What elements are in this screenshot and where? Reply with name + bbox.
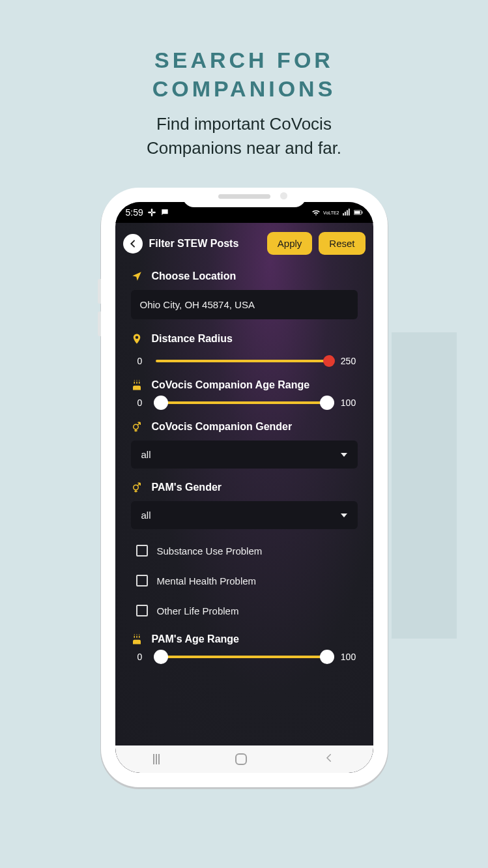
pam-age-thumb-low[interactable] [154,650,168,664]
pam-age-label: PAM's Age Range [152,633,240,645]
page-title: SEARCH FOR COMPANIONS [0,46,488,103]
phone-side-button [98,279,101,304]
checkbox-group: Substance Use Problem Mental Health Prob… [131,537,358,620]
location-label: Choose Location [152,270,237,282]
status-right: VoLTE2 [311,208,362,217]
distance-label: Distance Radius [152,333,233,345]
pam-gender-select[interactable]: all [131,501,358,529]
svg-rect-6 [347,210,348,216]
distance-track[interactable] [156,360,333,362]
app-bar: Filter STEW Posts Apply Reset [115,223,373,261]
pam-age-thumb-high[interactable] [320,650,334,664]
background-accent [392,332,457,639]
checkbox-substance[interactable]: Substance Use Problem [132,541,356,560]
checkbox-box[interactable] [136,545,148,557]
map-pin-icon [131,332,143,345]
location-value: Ohio City, OH 45874, USA [140,299,255,310]
svg-rect-3 [151,213,152,216]
location-arrow-icon [131,270,143,282]
svg-rect-10 [362,211,362,213]
battery-icon [354,208,363,217]
companion-age-thumb-high[interactable] [320,396,334,410]
pam-gender-label: PAM's Gender [152,482,222,493]
status-left: 5:59 [126,207,169,218]
pam-age-track[interactable] [156,656,333,658]
distance-max: 250 [339,356,358,366]
svg-rect-5 [345,212,346,216]
slack-icon [147,208,156,217]
svg-rect-2 [152,212,155,213]
companion-age-min: 0 [131,398,149,408]
page-title-line2: COMPANIONS [152,76,336,101]
android-nav-bar [115,745,373,773]
chevron-down-icon [341,453,347,457]
phone-side-button [98,311,101,336]
checkbox-mental[interactable]: Mental Health Problem [132,571,356,590]
page-title-line1: SEARCH FOR [154,48,334,72]
companion-gender-value: all [141,449,151,460]
companion-gender-label-row: CoVocis Companion Gender [131,421,358,433]
gender-icon [131,482,143,493]
companion-age-slider[interactable]: 0 100 [131,398,358,408]
apply-button[interactable]: Apply [267,232,313,255]
svg-rect-9 [354,211,360,214]
checkbox-label: Substance Use Problem [157,545,263,557]
companion-gender-select[interactable]: all [131,441,358,469]
chat-icon [160,208,169,217]
svg-rect-0 [151,209,152,212]
page-subtitle-line2: Companions near and far. [147,138,341,158]
appbar-title: Filter STEW Posts [149,238,261,250]
signal-icon [342,208,351,217]
companion-gender-label: CoVocis Companion Gender [152,421,293,433]
checkbox-other[interactable]: Other Life Problem [132,601,356,620]
pam-age-max: 100 [339,652,358,662]
birthday-icon [131,633,143,645]
back-button[interactable] [123,234,143,253]
companion-age-track[interactable] [156,401,333,404]
companion-age-thumb-low[interactable] [154,396,168,410]
location-input[interactable]: Ohio City, OH 45874, USA [131,290,358,319]
page-subtitle: Find important CoVocis Companions near a… [0,112,488,160]
checkbox-box[interactable] [136,605,148,616]
svg-rect-7 [348,209,349,216]
phone-notch [182,188,306,207]
app-screen: 5:59 VoLTE2 [115,202,373,773]
distance-min: 0 [131,356,149,366]
pam-gender-label-row: PAM's Gender [131,482,358,493]
nav-recent-button[interactable] [153,754,160,764]
carrier-label: VoLTE2 [323,210,339,215]
companion-age-label: CoVocis Companion Age Range [152,379,310,391]
companion-age-label-row: CoVocis Companion Age Range [131,379,358,391]
reset-button[interactable]: Reset [319,232,365,255]
phone-frame: 5:59 VoLTE2 [101,188,388,787]
checkbox-label: Other Life Problem [157,605,239,616]
chevron-down-icon [341,514,347,517]
pam-age-slider[interactable]: 0 100 [131,652,358,662]
svg-rect-1 [148,212,151,213]
checkbox-box[interactable] [136,575,148,586]
birthday-icon [131,379,143,391]
status-time: 5:59 [126,207,143,218]
location-label-row: Choose Location [131,270,358,282]
svg-rect-4 [343,213,344,216]
pam-gender-value: all [141,510,151,521]
nav-home-button[interactable] [235,753,247,765]
distance-thumb[interactable] [323,355,335,367]
nav-back-button[interactable] [323,752,335,767]
companion-age-max: 100 [339,398,358,408]
svg-point-11 [133,424,138,429]
svg-point-12 [133,485,138,490]
pam-age-label-row: PAM's Age Range [131,633,358,645]
page-subtitle-line1: Find important CoVocis [156,114,332,134]
wifi-icon [311,208,321,217]
distance-label-row: Distance Radius [131,332,358,345]
pam-age-min: 0 [131,652,149,662]
distance-slider[interactable]: 0 250 [131,356,358,366]
gender-icon [131,421,143,433]
filter-content: Choose Location Ohio City, OH 45874, USA… [115,261,373,662]
checkbox-label: Mental Health Problem [157,575,257,586]
